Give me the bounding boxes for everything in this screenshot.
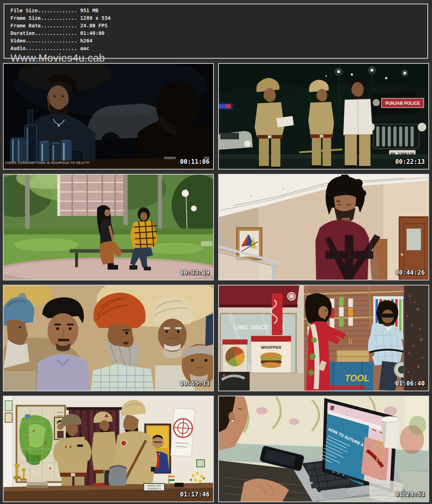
svg-text:PUNJAB POLICE: PUNJAB POLICE bbox=[385, 101, 420, 106]
media-info-line-framesize: Frame Size............ 1280 x 534 bbox=[10, 14, 427, 22]
timestamp-overlay: 00:44:26 bbox=[395, 269, 425, 276]
media-info-line-duration: Duration.............. 01:40:00 bbox=[10, 30, 427, 37]
timestamp-overlay: 01:17:46 bbox=[180, 491, 210, 498]
scene-night-drinks bbox=[4, 64, 213, 169]
site-watermark: Www.Movies4u.cab bbox=[10, 53, 427, 63]
scene-park-bench bbox=[4, 175, 213, 280]
svg-text:WHOPPER: WHOPPER bbox=[261, 345, 281, 350]
thumbnail-7: INSPECTOR TAJINDER S 01:17:46 bbox=[3, 396, 214, 502]
thumbnail-4: 00:44:26 bbox=[218, 174, 429, 280]
svg-text:INSPECTOR: INSPECTOR bbox=[147, 485, 161, 487]
media-info-line-video: Video................. h264 bbox=[10, 37, 427, 45]
scene-street-market: LING SINCE 1954 WHOPPER TOOL bbox=[219, 285, 428, 391]
thumbnail-8: HOW TO SUTURE A WOUND 01 bbox=[218, 396, 429, 502]
media-info-line-framerate: Frame Rate............ 24.00 FPS bbox=[10, 22, 427, 30]
thumbnail-2: PUNJAB POLICE PB 2309170 bbox=[218, 63, 429, 170]
timestamp-overlay: 00:22:13 bbox=[395, 158, 425, 165]
timestamp-overlay: 01:06:40 bbox=[395, 380, 425, 387]
thumbnail-1: COHOL CONSUMPTIONS IS INJURIOUS TO HEALT… bbox=[3, 63, 214, 170]
thumbnail-3: 00:33:19 bbox=[3, 174, 214, 280]
thumbnail-6: LING SINCE 1954 WHOPPER TOOL bbox=[218, 285, 429, 391]
scene-police-office: INSPECTOR TAJINDER S bbox=[4, 396, 213, 501]
timestamp-overlay: 00:55:33 bbox=[180, 380, 210, 387]
svg-text:TAJINDER S: TAJINDER S bbox=[148, 487, 161, 490]
thumbnail-5: 00:55:33 bbox=[3, 285, 214, 391]
scene-laptop-webpage: HOW TO SUTURE A WOUND bbox=[219, 396, 428, 501]
media-info-panel: File Size............. 951 MB Frame Size… bbox=[4, 4, 428, 59]
media-info-line-audio: Audio................. aac bbox=[10, 45, 427, 52]
timestamp-overlay: 00:11:06 bbox=[180, 158, 210, 165]
scene-indoor-staircase bbox=[219, 175, 428, 280]
timestamp-overlay: 01:28:53 bbox=[395, 491, 425, 498]
scene-night-police: PUNJAB POLICE PB 2309170 bbox=[219, 64, 428, 169]
scene-crowd-turbans bbox=[4, 285, 213, 391]
timestamp-overlay: 00:33:19 bbox=[180, 269, 210, 276]
screenshot-sheet: File Size............. 951 MB Frame Size… bbox=[0, 0, 432, 504]
health-warning-caption: COHOL CONSUMPTIONS IS INJURIOUS TO HEALT… bbox=[5, 161, 89, 165]
svg-text:TOOL: TOOL bbox=[345, 373, 369, 383]
media-info-line-filesize: File Size............. 951 MB bbox=[10, 7, 427, 14]
